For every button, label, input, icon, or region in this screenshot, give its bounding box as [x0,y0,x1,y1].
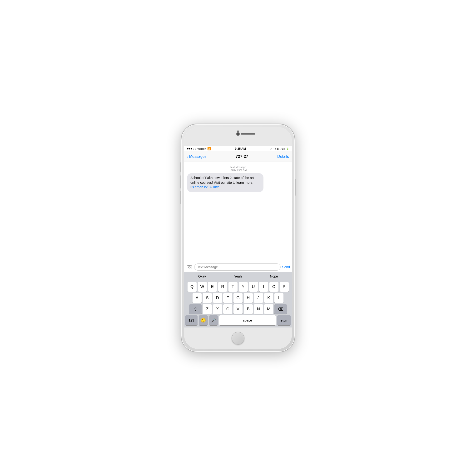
signal-dot-5 [195,148,196,150]
wifi-icon: 📶 [207,147,211,151]
send-button[interactable]: Send [282,265,290,269]
quick-reply-bar: Okay Yeah Nope [184,272,292,280]
signal-dot-2 [189,148,190,150]
key-p[interactable]: P [280,282,289,292]
message-timestamp: Text Message Today 9:24 AM [187,166,289,171]
top-sensor [237,130,239,132]
space-key[interactable]: space [219,315,276,325]
key-l[interactable]: L [274,293,284,303]
battery-icon: 🔋 [286,148,289,150]
svg-point-1 [188,266,190,268]
back-button[interactable]: ‹ Messages [187,154,206,159]
shift-key[interactable]: ⇧ [189,304,202,314]
key-b[interactable]: B [244,304,253,314]
keyboard-row-3: ⇧ Z X C V B N M ⌫ [185,304,291,314]
mic-key[interactable]: 🎤 [209,315,218,325]
signal-dot-3 [191,148,192,150]
message-link[interactable]: us.emob.io/E4Hrh2 [190,185,219,189]
top-bezel [184,127,292,146]
key-n[interactable]: N [254,304,263,314]
svg-rect-0 [187,266,192,269]
iphone-frame: Verizon 📶 9:25 AM ☉ ↑ ⏱ Β; 76% 🔋 ‹ Messa… [181,124,295,352]
keyboard-row-1: Q W E R T Y U I O P [185,282,291,292]
key-k[interactable]: K [264,293,273,303]
key-w[interactable]: W [198,282,207,292]
key-u[interactable]: U [249,282,258,292]
signal-indicator [187,148,196,150]
key-f[interactable]: F [223,293,232,303]
key-t[interactable]: T [228,282,238,292]
key-e[interactable]: E [208,282,217,292]
camera-button[interactable] [186,264,193,270]
return-key[interactable]: return [277,315,291,325]
status-right: ☉ ↑ ⏱ Β; 76% 🔋 [270,147,289,150]
key-z[interactable]: Z [203,304,212,314]
quick-reply-yeah[interactable]: Yeah [220,272,256,280]
message-text-input[interactable] [194,263,281,271]
key-v[interactable]: V [234,304,242,314]
key-s[interactable]: S [203,293,212,303]
power-button[interactable] [295,179,296,196]
conversation-title: 727-27 [236,154,248,159]
key-y[interactable]: Y [239,282,248,292]
status-time: 9:25 AM [235,147,246,151]
alarm-icon: ⏱ [274,148,276,150]
back-arrow-icon: ‹ [187,154,189,159]
key-q[interactable]: Q [187,282,197,292]
signal-arrow-icon: ↑ [272,148,274,150]
details-button[interactable]: Details [277,154,289,159]
signal-dot-4 [193,148,194,150]
volume-up-button[interactable] [180,175,181,188]
key-a[interactable]: A [192,293,202,303]
keyboard-row-2: A S D F G H J K L [185,293,291,303]
signal-dot-1 [187,148,188,150]
key-r[interactable]: R [218,282,227,292]
numbers-key[interactable]: 123 [185,315,198,325]
quick-reply-nope[interactable]: Nope [256,272,292,280]
message-text: School of Faith now offers 2 state of th… [190,176,254,185]
key-h[interactable]: H [244,293,253,303]
location-icon: ☉ [270,148,272,150]
phone-screen: Verizon 📶 9:25 AM ☉ ↑ ⏱ Β; 76% 🔋 ‹ Messa… [184,127,292,349]
battery-label: 76% [280,147,285,150]
bluetooth-icon: Β; [277,148,279,150]
front-camera [236,132,240,136]
key-g[interactable]: G [234,293,242,303]
keyboard: Q W E R T Y U I O P A S D F G [184,280,292,327]
messages-area: Text Message Today 9:24 AM School of Fai… [184,162,292,262]
key-m[interactable]: M [264,304,273,314]
message-input-area: Send [184,262,292,272]
key-d[interactable]: D [213,293,222,303]
carrier-label: Verizon [197,147,206,150]
earpiece [241,133,255,135]
key-x[interactable]: X [213,304,222,314]
home-button[interactable] [232,332,244,345]
volume-down-button[interactable] [180,191,181,204]
quick-reply-okay[interactable]: Okay [184,272,220,280]
bottom-bezel [184,327,292,349]
key-j[interactable]: J [254,293,263,303]
status-left: Verizon 📶 [187,147,211,151]
key-c[interactable]: C [223,304,232,314]
emoji-key[interactable]: 🙂 [199,315,208,325]
key-o[interactable]: O [270,282,278,292]
backspace-key[interactable]: ⌫ [274,304,287,314]
received-message-bubble: School of Faith now offers 2 state of th… [187,173,263,192]
camera-icon [187,265,192,269]
key-i[interactable]: I [259,282,268,292]
navigation-bar: ‹ Messages 727-27 Details [184,151,292,162]
keyboard-row-4: 123 🙂 🎤 space return [185,315,291,325]
svg-rect-2 [188,265,189,266]
status-bar: Verizon 📶 9:25 AM ☉ ↑ ⏱ Β; 76% 🔋 [184,146,292,151]
back-label: Messages [189,154,206,159]
screen-content: Verizon 📶 9:25 AM ☉ ↑ ⏱ Β; 76% 🔋 ‹ Messa… [184,146,292,327]
